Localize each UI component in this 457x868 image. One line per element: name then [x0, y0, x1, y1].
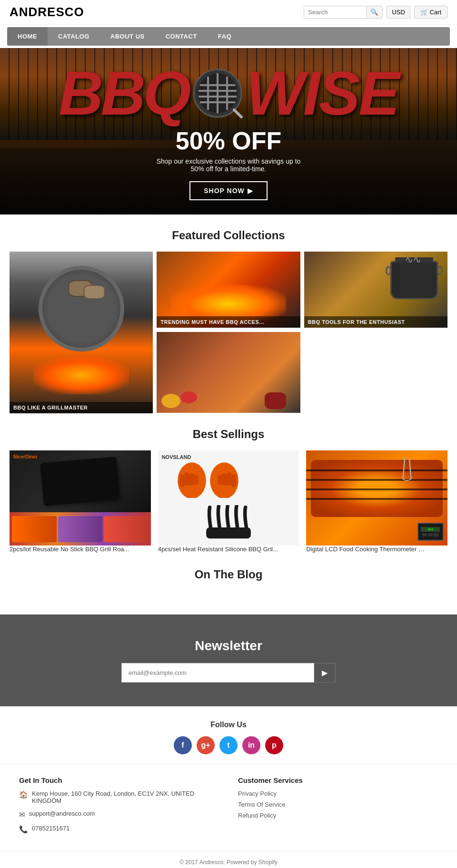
footer-copyright: © 2017 Andresco. Powered by Shopify — [0, 851, 457, 868]
product-image-mat: NicerDiner — [10, 450, 151, 546]
featured-item-tools[interactable]: ∿∿ BBQ TOOLS FOR THE ENTHUSIAST — [304, 252, 447, 328]
hero-banner: BBQ WISE 50% OFF Shop our exclusive coll… — [0, 48, 457, 215]
best-sellings-title: Best Sellings — [0, 428, 457, 441]
hero-wise-text: WISE — [246, 62, 398, 124]
svg-point-17 — [189, 481, 191, 484]
twitter-icon[interactable]: t — [219, 736, 238, 754]
footer-bottom: Get In Touch 🏠 Kemp House, 160 City Road… — [0, 764, 457, 851]
newsletter-form: ▶ — [121, 663, 336, 683]
featured-label-tools: BBQ TOOLS FOR THE ENTHUSIAST — [304, 316, 447, 328]
header-controls: 🔍 USD 🛒 Cart — [304, 6, 447, 19]
nav-item-contact[interactable]: CONTACT — [155, 27, 208, 46]
phone-icon: 📞 — [19, 825, 28, 834]
hero-bbq-text: BBQ — [59, 62, 189, 124]
newsletter-title: Newsletter — [10, 638, 447, 653]
shop-now-button[interactable]: SHOP NOW ▶ — [189, 181, 268, 200]
brand-label-novs: NOVSLAND — [162, 454, 191, 460]
featured-label-coals: TRENDING MUST HAVE BBQ ACCES... — [157, 316, 300, 328]
svg-rect-22 — [227, 473, 231, 486]
follow-title: Follow Us — [10, 721, 447, 729]
navigation: HOME CATALOG ABOUT US CONTACT FAQ — [7, 27, 450, 46]
featured-section-title: Featured Collections — [0, 229, 457, 242]
cart-button[interactable]: 🛒 Cart — [414, 6, 447, 19]
hero-sub: Shop our exclusive collections with savi… — [157, 157, 301, 173]
footer-services-title: Customer Services — [238, 776, 438, 784]
footer-link-refund[interactable]: Refund Policy — [238, 812, 438, 819]
footer-link-tos[interactable]: Terms Of Service — [238, 801, 438, 808]
product-card-mat[interactable]: NicerDiner 2pcs/lot Reusable No Stick BB… — [10, 450, 151, 554]
svg-point-18 — [192, 479, 195, 482]
currency-button[interactable]: USD — [387, 6, 410, 19]
social-icons: f g+ t in p — [10, 736, 447, 754]
hero-grill-icon — [191, 67, 244, 119]
home-icon: 🏠 — [19, 790, 28, 799]
product-card-thermo[interactable]: 88.8 Digital LCD Food Cooking Thermomete… — [306, 450, 447, 554]
product-image-thermo: 88.8 — [306, 450, 447, 546]
hero-discount: 50% OFF — [176, 127, 282, 155]
newsletter-submit-button[interactable]: ▶ — [314, 663, 336, 683]
blog-section — [0, 591, 457, 614]
featured-label-grillpan: BBQ LIKE A GRILLMASTER — [10, 402, 153, 413]
nav-item-home[interactable]: HOME — [7, 27, 48, 46]
footer-address: 🏠 Kemp House, 160 City Road, London, EC1… — [19, 790, 219, 804]
svg-line-27 — [409, 458, 411, 479]
product-name-thermo: Digital LCD Food Cooking Thermometer … — [306, 546, 447, 554]
search-input[interactable] — [304, 6, 366, 18]
brand-label-nicer: NicerDiner — [13, 454, 38, 459]
nav-item-faq[interactable]: FAQ — [208, 27, 242, 46]
footer-email: ✉ support@andresco.com — [19, 810, 219, 819]
nav-item-catalog[interactable]: CATALOG — [48, 27, 100, 46]
product-name-mat: 2pcs/lot Reusable No Stick BBQ Grill Roa… — [10, 546, 151, 554]
svg-rect-24 — [218, 475, 222, 485]
footer-phone: 📞 07852151671 — [19, 825, 219, 834]
footer-contact-title: Get In Touch — [19, 776, 219, 784]
featured-item-grillpan[interactable]: BBQ LIKE A GRILLMASTER — [10, 252, 153, 413]
search-box: 🔍 — [304, 6, 383, 19]
svg-rect-13 — [184, 473, 189, 486]
svg-rect-12 — [179, 475, 184, 487]
svg-point-16 — [184, 479, 187, 482]
googleplus-icon[interactable]: g+ — [197, 736, 215, 754]
email-icon: ✉ — [19, 810, 25, 819]
facebook-icon[interactable]: f — [174, 736, 192, 754]
blog-section-title: On The Blog — [0, 568, 457, 581]
footer-services-col: Customer Services Privacy Policy Terms O… — [238, 776, 438, 839]
newsletter-email-input[interactable] — [121, 663, 314, 683]
footer-link-privacy[interactable]: Privacy Policy — [238, 790, 438, 797]
featured-item-extra[interactable] — [157, 332, 300, 413]
instagram-icon[interactable]: in — [242, 736, 260, 754]
svg-rect-21 — [231, 475, 236, 487]
product-image-gloves: NOVSLAND — [158, 450, 299, 546]
product-card-gloves[interactable]: NOVSLAND — [158, 450, 299, 554]
footer-social: Follow Us f g+ t in p — [0, 706, 457, 764]
product-name-gloves: 4pcs/set Heat Resistant Silicone BBQ Gri… — [158, 546, 299, 554]
nav-item-about[interactable]: ABOUT US — [100, 27, 155, 46]
featured-item-coals[interactable]: TRENDING MUST HAVE BBQ ACCES... — [157, 252, 300, 328]
products-grid: NicerDiner 2pcs/lot Reusable No Stick BB… — [0, 450, 457, 554]
svg-rect-23 — [222, 473, 227, 486]
svg-line-9 — [234, 110, 241, 117]
hero-title-row: BBQ WISE — [59, 62, 398, 124]
newsletter-section: Newsletter ▶ — [0, 614, 457, 706]
search-button[interactable]: 🔍 — [366, 6, 382, 18]
brand-logo[interactable]: ANDRESCO — [10, 5, 84, 20]
header: ANDRESCO 🔍 USD 🛒 Cart — [0, 0, 457, 25]
pinterest-icon[interactable]: p — [265, 736, 283, 754]
footer-contact-col: Get In Touch 🏠 Kemp House, 160 City Road… — [19, 776, 219, 839]
featured-grid: TRENDING MUST HAVE BBQ ACCES... BBQ LIKE… — [0, 252, 457, 413]
svg-line-26 — [403, 458, 405, 479]
